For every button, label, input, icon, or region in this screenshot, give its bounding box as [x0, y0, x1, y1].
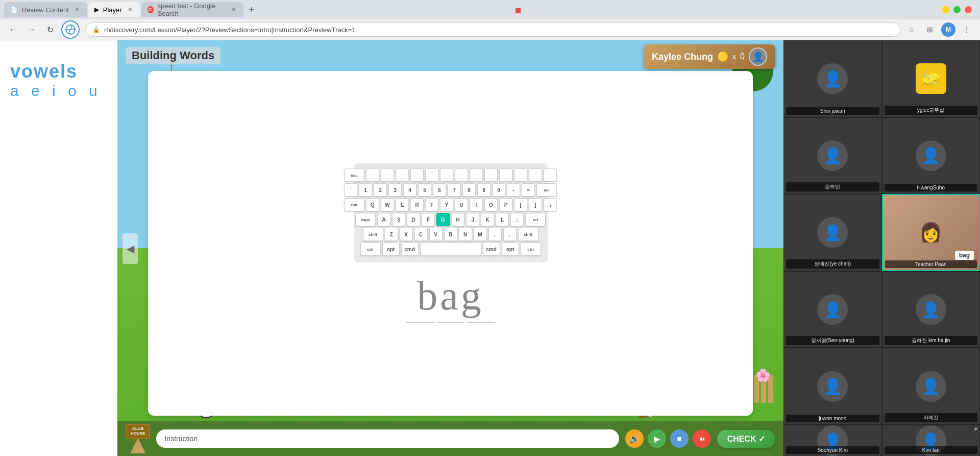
- tab-close[interactable]: ✕: [73, 6, 81, 14]
- key-8[interactable]: 8: [462, 183, 476, 197]
- reload-button[interactable]: ↻: [43, 22, 57, 37]
- key-f4[interactable]: [410, 169, 424, 182]
- key-r[interactable]: R: [410, 198, 424, 211]
- key-esc[interactable]: esc: [344, 169, 364, 182]
- key-f[interactable]: F: [422, 213, 435, 226]
- key-f12[interactable]: [529, 169, 542, 182]
- maximize-button[interactable]: [953, 6, 961, 13]
- close-button[interactable]: [965, 6, 972, 13]
- key-m[interactable]: M: [474, 228, 487, 241]
- nav-arrow-left[interactable]: ◀: [122, 233, 138, 264]
- control-buttons: 🔊 ▶ ■ ⏮: [625, 429, 711, 448]
- key-s[interactable]: S: [392, 213, 405, 226]
- check-button[interactable]: CHECK ✓: [717, 430, 775, 448]
- menu-icon[interactable]: ⋮: [960, 22, 974, 37]
- key-7[interactable]: 7: [448, 183, 461, 197]
- key-opt[interactable]: opt: [382, 243, 400, 256]
- key-shift-left[interactable]: shift: [363, 228, 383, 241]
- key-g-highlighted[interactable]: G: [436, 213, 450, 226]
- key-9[interactable]: 9: [477, 183, 491, 197]
- key-ctrl-left[interactable]: ctrl: [360, 243, 381, 256]
- key-4[interactable]: 4: [403, 183, 416, 197]
- key-bracket-open[interactable]: [: [514, 198, 527, 211]
- extensions-icon[interactable]: ⊞: [923, 22, 937, 37]
- address-bar[interactable]: 🔒 rhdiscovery.com/Lesson/Player/2?Previe…: [86, 22, 900, 37]
- profile-icon[interactable]: M: [941, 22, 955, 37]
- key-ctrl-right[interactable]: ctrl: [521, 243, 541, 256]
- key-j[interactable]: J: [466, 213, 479, 226]
- audio-button[interactable]: 🔊: [625, 429, 644, 448]
- key-n[interactable]: N: [459, 228, 472, 241]
- forward-button[interactable]: →: [24, 22, 39, 37]
- key-u[interactable]: U: [455, 198, 468, 211]
- tab-speed-test[interactable]: G speed test - Google Search ✕: [141, 2, 243, 17]
- tab-close[interactable]: ✕: [126, 6, 134, 14]
- key-3[interactable]: 3: [388, 183, 402, 197]
- key-shift-right[interactable]: shift: [518, 228, 538, 241]
- key-f3[interactable]: [396, 169, 409, 182]
- key-k[interactable]: K: [481, 213, 494, 226]
- key-h[interactable]: H: [451, 213, 464, 226]
- key-w[interactable]: W: [381, 198, 394, 211]
- clubhouse-button[interactable]: CLUB HOUSE: [126, 424, 150, 453]
- key-semicolon[interactable]: ;: [510, 213, 524, 226]
- key-opt-right[interactable]: opt: [502, 243, 519, 256]
- key-period[interactable]: .: [503, 228, 517, 241]
- key-q[interactable]: Q: [366, 198, 379, 211]
- key-f7[interactable]: [455, 169, 468, 182]
- key-space[interactable]: [420, 243, 481, 256]
- key-f2[interactable]: [381, 169, 394, 182]
- back-button[interactable]: ←: [6, 22, 20, 37]
- key-tab[interactable]: tab: [344, 198, 364, 211]
- key-cmd-right[interactable]: cmd: [483, 243, 500, 256]
- tab-player[interactable]: ▶ Player ✕: [88, 2, 140, 17]
- key-z[interactable]: Z: [385, 228, 398, 241]
- key-a[interactable]: A: [377, 213, 390, 226]
- key-5[interactable]: 5: [418, 183, 431, 197]
- key-6[interactable]: 6: [433, 183, 446, 197]
- tab-review-content[interactable]: 📄 Review Content ✕: [4, 2, 87, 17]
- key-caps[interactable]: caps: [355, 213, 376, 226]
- key-f5[interactable]: [425, 169, 438, 182]
- bookmark-icon[interactable]: ☆: [904, 22, 919, 37]
- key-f8[interactable]: [470, 169, 483, 182]
- key-i[interactable]: I: [470, 198, 483, 211]
- key-l[interactable]: L: [496, 213, 509, 226]
- key-minus[interactable]: -: [507, 183, 520, 197]
- key-plus[interactable]: =: [522, 183, 535, 197]
- key-return[interactable]: ret: [525, 213, 546, 226]
- key-bracket-close[interactable]: ]: [529, 198, 542, 211]
- key-2[interactable]: 2: [374, 183, 387, 197]
- key-y[interactable]: Y: [440, 198, 453, 211]
- key-cmd-left[interactable]: cmd: [401, 243, 419, 256]
- key-backslash[interactable]: \: [544, 198, 557, 211]
- tab-close[interactable]: ✕: [230, 6, 237, 14]
- key-backspace[interactable]: del: [536, 183, 557, 197]
- key-o[interactable]: O: [484, 198, 498, 211]
- key-f10[interactable]: [499, 169, 512, 182]
- key-c[interactable]: C: [414, 228, 428, 241]
- stop-button[interactable]: ■: [670, 429, 689, 448]
- key-0[interactable]: 0: [492, 183, 505, 197]
- key-tilde[interactable]: `: [344, 183, 357, 197]
- participant-avatar: 👤: [817, 294, 848, 325]
- key-f11[interactable]: [514, 169, 527, 182]
- key-comma[interactable]: ,: [488, 228, 502, 241]
- key-1[interactable]: 1: [359, 183, 372, 197]
- key-d[interactable]: D: [407, 213, 420, 226]
- minimize-button[interactable]: [942, 6, 949, 13]
- key-f9[interactable]: [484, 169, 498, 182]
- key-del[interactable]: [544, 169, 557, 182]
- key-f1[interactable]: [366, 169, 379, 182]
- key-v[interactable]: V: [429, 228, 443, 241]
- key-p[interactable]: P: [499, 198, 512, 211]
- key-e[interactable]: E: [396, 198, 409, 211]
- key-b[interactable]: B: [444, 228, 457, 241]
- key-t[interactable]: T: [425, 198, 438, 211]
- key-f6[interactable]: [440, 169, 453, 182]
- play-button[interactable]: ▶: [648, 429, 666, 448]
- rewind-button[interactable]: ⏮: [693, 429, 711, 448]
- new-tab-button[interactable]: +: [244, 3, 259, 17]
- key-x[interactable]: X: [400, 228, 413, 241]
- site-logo[interactable]: [61, 20, 80, 39]
